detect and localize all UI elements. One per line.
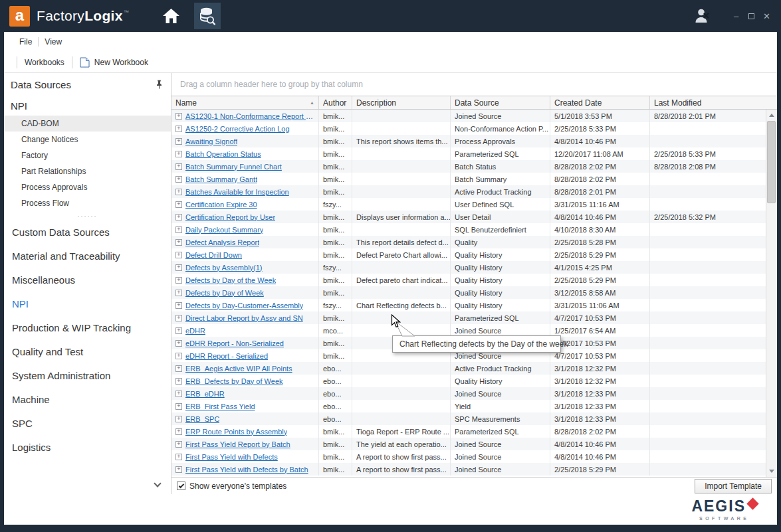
sidebar-section-logistics[interactable]: Logistics bbox=[4, 435, 171, 459]
expand-icon[interactable]: + bbox=[175, 163, 182, 170]
expand-icon[interactable]: + bbox=[175, 378, 182, 385]
menu-view[interactable]: View bbox=[39, 37, 68, 46]
table-row[interactable]: +Defect Drill Downbmik...Defect Pareto C… bbox=[171, 248, 766, 261]
sidebar-section-custom-data-sources[interactable]: Custom Data Sources bbox=[4, 220, 171, 244]
scroll-down-arrow-icon[interactable] bbox=[769, 470, 774, 473]
expand-icon[interactable]: + bbox=[175, 365, 182, 372]
expand-icon[interactable]: + bbox=[175, 428, 182, 435]
column-header-description[interactable]: Description bbox=[352, 96, 451, 109]
report-link[interactable]: eDHR bbox=[185, 327, 205, 335]
table-row[interactable]: +Certification Report by Userbmik...Disp… bbox=[171, 211, 766, 223]
logout-user-button[interactable] bbox=[691, 5, 714, 27]
report-link[interactable]: Batch Summary Funnel Chart bbox=[185, 163, 282, 171]
report-link[interactable]: Batches Available for Inspection bbox=[185, 188, 289, 196]
report-link[interactable]: Defects by Assembly(1) bbox=[185, 264, 263, 272]
expand-icon[interactable]: + bbox=[175, 113, 182, 120]
report-link[interactable]: Batch Summary Gantt bbox=[185, 175, 257, 183]
sidebar-section-quality-and-test[interactable]: Quality and Test bbox=[4, 339, 171, 363]
report-link[interactable]: ERP Route Points by Assembly bbox=[185, 428, 287, 436]
report-link[interactable]: Batch Operation Status bbox=[185, 150, 261, 158]
table-row[interactable]: +Batch Summary Funnel Chartbmik...Batch … bbox=[171, 160, 766, 173]
sidebar-group-npi[interactable]: NPI bbox=[4, 96, 171, 116]
home-button[interactable] bbox=[160, 4, 183, 28]
pin-button[interactable] bbox=[156, 80, 163, 89]
expand-icon[interactable]: + bbox=[175, 239, 182, 246]
expand-icon[interactable]: + bbox=[175, 252, 182, 258]
expand-icon[interactable]: + bbox=[175, 201, 182, 208]
report-link[interactable]: Defect Drill Down bbox=[185, 251, 242, 259]
table-row[interactable]: +AS1230-1 Non-Conformance Report by ...b… bbox=[171, 110, 766, 122]
sidebar-item-process-approvals[interactable]: Process Approvals bbox=[4, 179, 171, 195]
report-link[interactable]: ERB_Defects by Day of Week bbox=[185, 377, 283, 385]
sidebar-section-production-wip-tracking[interactable]: Production & WIP Tracking bbox=[4, 315, 171, 339]
column-header-last-modified[interactable]: Last Modified bbox=[650, 96, 777, 109]
table-row[interactable]: +Certification Expire 30fszy...User Defi… bbox=[171, 198, 766, 211]
report-link[interactable]: eDHR Report - Non-Serialized bbox=[185, 339, 284, 347]
table-row[interactable]: +First Pass Yield Report by Batchbmik...… bbox=[171, 438, 766, 450]
workbooks-button[interactable]: Workbooks bbox=[23, 58, 66, 67]
sidebar-item-factory[interactable]: Factory bbox=[4, 147, 171, 163]
sidebar-item-change-notices[interactable]: Change Notices bbox=[4, 132, 171, 147]
scroll-up-arrow-icon[interactable] bbox=[769, 114, 774, 117]
report-link[interactable]: ERB_First Pass Yield bbox=[185, 402, 255, 410]
sidebar-item-process-flow[interactable]: Process Flow bbox=[4, 195, 171, 211]
sidebar-item-cad-bom[interactable]: CAD-BOM bbox=[4, 116, 171, 132]
table-row[interactable]: +Defects by Assembly(1)fszy...Quality Hi… bbox=[171, 261, 766, 274]
expand-icon[interactable]: + bbox=[175, 391, 182, 397]
report-link[interactable]: Daily Packout Summary bbox=[185, 226, 263, 234]
table-row[interactable]: +Defects by Day of Weekbmik...Quality Hi… bbox=[171, 286, 766, 299]
report-link[interactable]: Defect Analysis Report bbox=[185, 238, 259, 246]
report-link[interactable]: First Pass Yield with Defects bbox=[185, 453, 278, 461]
report-link[interactable]: ERB_SPC bbox=[185, 415, 219, 423]
report-link[interactable]: ERB_Aegis Active WIP All Points bbox=[185, 365, 292, 373]
report-link[interactable]: First Pass Yield with Defects by Batch bbox=[185, 466, 308, 474]
expand-icon[interactable]: + bbox=[175, 226, 182, 233]
scrollbar-thumb[interactable] bbox=[767, 121, 776, 203]
column-header-author[interactable]: Author bbox=[319, 96, 352, 109]
table-row[interactable]: +Direct Labor Report by Assy and SNbmik.… bbox=[171, 311, 766, 324]
expand-icon[interactable]: + bbox=[175, 353, 182, 359]
report-link[interactable]: AS1230-1 Non-Conformance Report by ... bbox=[185, 112, 314, 120]
maximize-button[interactable] bbox=[744, 9, 759, 24]
table-row[interactable]: +ERB_Defects by Day of Weekebo...Quality… bbox=[171, 375, 766, 387]
table-row[interactable]: +ERB_First Pass Yieldebo...Yield3/1/2018… bbox=[171, 400, 766, 412]
expand-icon[interactable]: + bbox=[175, 290, 182, 296]
table-row[interactable]: +ERB_Aegis Active WIP All Pointsebo...Ac… bbox=[171, 362, 766, 375]
expand-icon[interactable]: + bbox=[175, 340, 182, 347]
import-template-button[interactable]: Import Template bbox=[695, 479, 772, 493]
report-link[interactable]: eDHR Report - Serialized bbox=[185, 352, 268, 360]
report-link[interactable]: ERB_eDHR bbox=[185, 390, 225, 398]
report-link[interactable]: Certification Expire 30 bbox=[185, 201, 257, 209]
report-link[interactable]: Awaiting Signoff bbox=[185, 137, 237, 145]
vertical-scrollbar[interactable] bbox=[766, 110, 777, 477]
table-row[interactable]: +First Pass Yield with Defects by Batchb… bbox=[171, 463, 766, 476]
report-link[interactable]: AS1250-2 Corrective Action Log bbox=[185, 125, 290, 133]
column-header-data-source[interactable]: Data Source bbox=[451, 96, 550, 109]
data-sources-button[interactable] bbox=[194, 3, 221, 29]
table-row[interactable]: +Batches Available for Inspectionbmik...… bbox=[171, 185, 766, 198]
expand-icon[interactable]: + bbox=[175, 315, 182, 321]
expand-icon[interactable]: + bbox=[175, 277, 182, 284]
expand-icon[interactable]: + bbox=[175, 214, 182, 221]
report-link[interactable]: Direct Labor Report by Assy and SN bbox=[185, 314, 303, 322]
report-link[interactable]: Certification Report by User bbox=[185, 213, 275, 221]
sidebar-section-machine[interactable]: Machine bbox=[4, 387, 171, 411]
show-everyones-templates-checkbox[interactable] bbox=[177, 482, 185, 490]
expand-icon[interactable]: + bbox=[175, 466, 182, 473]
table-row[interactable]: +ERB_SPCebo...SPC Measurements3/1/2018 1… bbox=[171, 412, 766, 425]
expand-icon[interactable]: + bbox=[175, 176, 182, 183]
table-row[interactable]: +Defect Analysis Reportbmik...This repor… bbox=[171, 236, 766, 248]
sidebar-splitter[interactable]: ······ bbox=[4, 211, 171, 220]
sidebar-section-npi[interactable]: NPI bbox=[4, 292, 171, 315]
new-workbook-button[interactable]: New Workbook bbox=[93, 58, 150, 67]
expand-icon[interactable]: + bbox=[175, 403, 182, 410]
expand-icon[interactable]: + bbox=[175, 454, 182, 460]
sidebar-section-material-and-traceability[interactable]: Material and Traceability bbox=[4, 244, 171, 268]
sidebar-item-part-relationships[interactable]: Part Relationships bbox=[4, 163, 171, 179]
column-header-name[interactable]: Name ▲ bbox=[171, 96, 319, 109]
table-row[interactable]: +First Pass Yield with Defectsbmik...A r… bbox=[171, 450, 766, 463]
column-header-created-date[interactable]: Created Date bbox=[550, 96, 650, 109]
sidebar-section-spc[interactable]: SPC bbox=[4, 411, 171, 435]
expand-icon[interactable]: + bbox=[175, 126, 182, 132]
report-link[interactable]: Defects by Day of Week bbox=[185, 289, 264, 297]
